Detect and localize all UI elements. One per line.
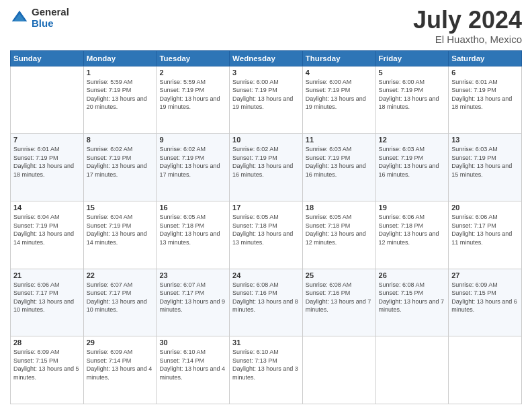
table-row: 26 Sunrise: 6:08 AMSunset: 7:15 PMDaylig…: [375, 269, 449, 336]
day-number: 15: [87, 203, 154, 212]
table-row: [375, 336, 449, 404]
table-row: 30 Sunrise: 6:10 AMSunset: 7:14 PMDaylig…: [157, 336, 230, 404]
day-number: 2: [159, 68, 226, 77]
table-row: 8 Sunrise: 6:02 AMSunset: 7:19 PMDayligh…: [83, 134, 157, 201]
title-location: El Huaxtho, Mexico: [413, 34, 522, 45]
title-block: July 2024 El Huaxtho, Mexico: [413, 7, 522, 45]
day-info: Sunrise: 6:03 AMSunset: 7:19 PMDaylight:…: [379, 146, 439, 178]
day-info: Sunrise: 6:03 AMSunset: 7:19 PMDaylight:…: [306, 146, 366, 178]
table-row: 17 Sunrise: 6:05 AMSunset: 7:18 PMDaylig…: [230, 201, 303, 269]
day-info: Sunrise: 6:09 AMSunset: 7:15 PMDaylight:…: [451, 281, 517, 314]
table-row: 28 Sunrise: 6:09 AMSunset: 7:15 PMDaylig…: [11, 336, 84, 404]
day-info: Sunrise: 6:02 AMSunset: 7:19 PMDaylight:…: [87, 146, 147, 178]
table-row: 3 Sunrise: 6:00 AMSunset: 7:19 PMDayligh…: [230, 66, 303, 134]
table-row: 2 Sunrise: 5:59 AMSunset: 7:19 PMDayligh…: [157, 66, 230, 134]
day-info: Sunrise: 6:05 AMSunset: 7:18 PMDaylight:…: [232, 214, 293, 246]
day-number: 4: [306, 68, 373, 77]
day-info: Sunrise: 6:08 AMSunset: 7:15 PMDaylight:…: [379, 281, 445, 314]
day-number: 3: [232, 68, 300, 77]
calendar-table: Sunday Monday Tuesday Wednesday Thursday…: [10, 50, 522, 404]
header-tuesday: Tuesday: [157, 50, 230, 66]
day-number: 24: [232, 271, 300, 279]
day-info: Sunrise: 6:04 AMSunset: 7:19 PMDaylight:…: [87, 214, 147, 246]
day-info: Sunrise: 6:07 AMSunset: 7:17 PMDaylight:…: [87, 281, 147, 314]
day-info: Sunrise: 6:10 AMSunset: 7:14 PMDaylight:…: [159, 349, 225, 381]
day-number: 29: [87, 338, 154, 347]
title-month: July 2024: [413, 7, 522, 34]
day-info: Sunrise: 6:02 AMSunset: 7:19 PMDaylight:…: [159, 146, 220, 178]
table-row: [302, 336, 375, 404]
table-row: 20 Sunrise: 6:06 AMSunset: 7:17 PMDaylig…: [449, 201, 522, 269]
day-number: 13: [451, 136, 519, 144]
day-number: 1: [87, 68, 154, 77]
header-sunday: Sunday: [11, 50, 84, 66]
table-row: 7 Sunrise: 6:01 AMSunset: 7:19 PMDayligh…: [11, 134, 84, 201]
day-number: 7: [13, 136, 81, 144]
day-number: 30: [159, 338, 226, 347]
day-info: Sunrise: 6:03 AMSunset: 7:19 PMDaylight:…: [451, 146, 512, 178]
table-row: 21 Sunrise: 6:06 AMSunset: 7:17 PMDaylig…: [11, 269, 84, 336]
table-row: 1 Sunrise: 5:59 AMSunset: 7:19 PMDayligh…: [83, 66, 157, 134]
header-friday: Friday: [375, 50, 449, 66]
logo: General Blue: [10, 7, 69, 29]
day-info: Sunrise: 6:00 AMSunset: 7:19 PMDaylight:…: [232, 79, 293, 111]
calendar-week-row: 21 Sunrise: 6:06 AMSunset: 7:17 PMDaylig…: [11, 269, 522, 336]
day-number: 19: [379, 203, 446, 212]
day-info: Sunrise: 6:05 AMSunset: 7:18 PMDaylight:…: [306, 214, 366, 246]
day-number: 9: [159, 136, 226, 144]
day-info: Sunrise: 6:01 AMSunset: 7:19 PMDaylight:…: [451, 79, 512, 111]
day-number: 20: [451, 203, 519, 212]
calendar-header-row: Sunday Monday Tuesday Wednesday Thursday…: [11, 50, 522, 66]
table-row: 14 Sunrise: 6:04 AMSunset: 7:19 PMDaylig…: [11, 201, 84, 269]
day-info: Sunrise: 6:06 AMSunset: 7:17 PMDaylight:…: [13, 281, 74, 314]
table-row: 18 Sunrise: 6:05 AMSunset: 7:18 PMDaylig…: [302, 201, 375, 269]
table-row: 12 Sunrise: 6:03 AMSunset: 7:19 PMDaylig…: [375, 134, 449, 201]
table-row: 6 Sunrise: 6:01 AMSunset: 7:19 PMDayligh…: [449, 66, 522, 134]
table-row: 10 Sunrise: 6:02 AMSunset: 7:19 PMDaylig…: [230, 134, 303, 201]
day-info: Sunrise: 6:00 AMSunset: 7:19 PMDaylight:…: [379, 79, 439, 111]
table-row: 5 Sunrise: 6:00 AMSunset: 7:19 PMDayligh…: [375, 66, 449, 134]
day-info: Sunrise: 6:08 AMSunset: 7:16 PMDaylight:…: [232, 281, 298, 314]
day-info: Sunrise: 6:06 AMSunset: 7:18 PMDaylight:…: [379, 214, 439, 246]
day-number: 27: [451, 271, 519, 279]
table-row: 23 Sunrise: 6:07 AMSunset: 7:17 PMDaylig…: [157, 269, 230, 336]
table-row: 4 Sunrise: 6:00 AMSunset: 7:19 PMDayligh…: [302, 66, 375, 134]
logo-icon: [10, 9, 29, 28]
table-row: 15 Sunrise: 6:04 AMSunset: 7:19 PMDaylig…: [83, 201, 157, 269]
day-info: Sunrise: 6:00 AMSunset: 7:19 PMDaylight:…: [306, 79, 366, 111]
day-number: 6: [451, 68, 519, 77]
day-info: Sunrise: 5:59 AMSunset: 7:19 PMDaylight:…: [87, 79, 147, 111]
table-row: [11, 66, 84, 134]
day-number: 10: [232, 136, 300, 144]
table-row: 16 Sunrise: 6:05 AMSunset: 7:18 PMDaylig…: [157, 201, 230, 269]
header-thursday: Thursday: [302, 50, 375, 66]
day-number: 14: [13, 203, 81, 212]
day-number: 22: [87, 271, 154, 279]
day-info: Sunrise: 6:02 AMSunset: 7:19 PMDaylight:…: [232, 146, 293, 178]
day-info: Sunrise: 6:08 AMSunset: 7:16 PMDaylight:…: [306, 281, 371, 314]
day-info: Sunrise: 6:09 AMSunset: 7:14 PMDaylight:…: [87, 349, 152, 381]
day-number: 18: [306, 203, 373, 212]
logo-general-text: General: [32, 7, 69, 18]
logo-blue-text: Blue: [32, 18, 69, 30]
day-info: Sunrise: 6:01 AMSunset: 7:19 PMDaylight:…: [13, 146, 74, 178]
page: General Blue July 2024 El Huaxtho, Mexic…: [0, 0, 532, 411]
table-row: 13 Sunrise: 6:03 AMSunset: 7:19 PMDaylig…: [449, 134, 522, 201]
table-row: 11 Sunrise: 6:03 AMSunset: 7:19 PMDaylig…: [302, 134, 375, 201]
calendar-week-row: 7 Sunrise: 6:01 AMSunset: 7:19 PMDayligh…: [11, 134, 522, 201]
day-number: 16: [159, 203, 226, 212]
day-number: 11: [306, 136, 373, 144]
day-number: 28: [13, 338, 81, 347]
header-monday: Monday: [83, 50, 157, 66]
header-wednesday: Wednesday: [230, 50, 303, 66]
table-row: [449, 336, 522, 404]
day-info: Sunrise: 6:09 AMSunset: 7:15 PMDaylight:…: [13, 349, 79, 381]
day-number: 26: [379, 271, 446, 279]
header: General Blue July 2024 El Huaxtho, Mexic…: [10, 7, 522, 45]
day-info: Sunrise: 6:06 AMSunset: 7:17 PMDaylight:…: [451, 214, 512, 246]
logo-text: General Blue: [32, 7, 69, 29]
calendar-week-row: 1 Sunrise: 5:59 AMSunset: 7:19 PMDayligh…: [11, 66, 522, 134]
table-row: 31 Sunrise: 6:10 AMSunset: 7:13 PMDaylig…: [230, 336, 303, 404]
day-info: Sunrise: 6:05 AMSunset: 7:18 PMDaylight:…: [159, 214, 220, 246]
table-row: 9 Sunrise: 6:02 AMSunset: 7:19 PMDayligh…: [157, 134, 230, 201]
